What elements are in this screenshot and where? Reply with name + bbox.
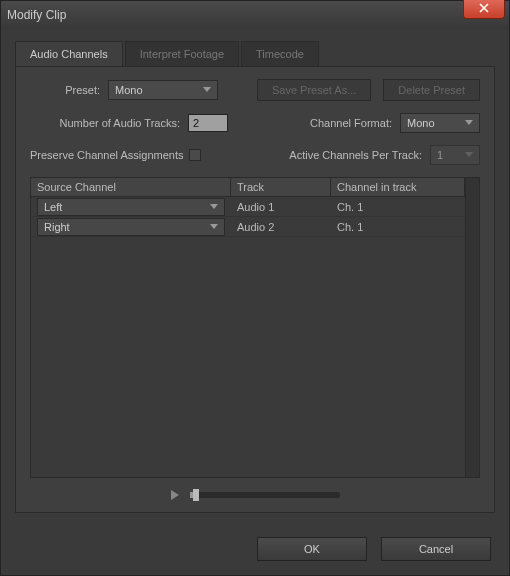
- tab-timecode[interactable]: Timecode: [241, 41, 319, 66]
- table-row[interactable]: Right Audio 2 Ch. 1: [31, 217, 465, 237]
- num-tracks-label: Number of Audio Tracks:: [30, 117, 180, 129]
- dialog-footer: OK Cancel: [1, 523, 509, 575]
- preset-label: Preset:: [30, 84, 100, 96]
- channel-table: Source Channel Track Channel in track Le…: [30, 177, 480, 478]
- modify-clip-dialog: Modify Clip Audio Channels Interpret Foo…: [0, 0, 510, 576]
- audio-channels-panel: Preset: Mono Save Preset As... Delete Pr…: [15, 67, 495, 513]
- channel-format-dropdown[interactable]: Mono: [400, 113, 480, 133]
- channel-format-label: Channel Format:: [310, 117, 392, 129]
- playback-controls: [30, 478, 480, 502]
- chevron-down-icon: [203, 87, 211, 93]
- channel-cell: Ch. 1: [331, 201, 465, 213]
- col-source-channel: Source Channel: [31, 178, 231, 196]
- num-tracks-input[interactable]: 2: [188, 114, 228, 132]
- chevron-down-icon: [465, 120, 473, 126]
- active-channels-value: 1: [437, 149, 443, 161]
- cancel-button[interactable]: Cancel: [381, 537, 491, 561]
- chevron-down-icon: [210, 204, 218, 210]
- ok-button[interactable]: OK: [257, 537, 367, 561]
- chevron-down-icon: [210, 224, 218, 230]
- play-icon[interactable]: [170, 490, 180, 500]
- col-channel-in-track: Channel in track: [331, 178, 465, 196]
- preset-dropdown[interactable]: Mono: [108, 80, 218, 100]
- active-channels-dropdown[interactable]: 1: [430, 145, 480, 165]
- preserve-assignments-checkbox[interactable]: [189, 149, 201, 161]
- window-title: Modify Clip: [7, 8, 66, 22]
- tab-interpret-footage[interactable]: Interpret Footage: [125, 41, 239, 66]
- col-track: Track: [231, 178, 331, 196]
- table-row[interactable]: Left Audio 1 Ch. 1: [31, 197, 465, 217]
- channel-cell: Ch. 1: [331, 221, 465, 233]
- track-cell: Audio 1: [231, 201, 331, 213]
- tab-bar: Audio Channels Interpret Footage Timecod…: [15, 41, 495, 67]
- table-body: Left Audio 1 Ch. 1 Right Audio 2 Ch. 1: [31, 197, 465, 477]
- dialog-body: Audio Channels Interpret Footage Timecod…: [1, 29, 509, 523]
- slider-thumb[interactable]: [193, 489, 199, 501]
- close-button[interactable]: [463, 0, 505, 19]
- active-channels-label: Active Channels Per Track:: [289, 149, 422, 161]
- track-cell: Audio 2: [231, 221, 331, 233]
- chevron-down-icon: [465, 152, 473, 158]
- channel-format-value: Mono: [407, 117, 435, 129]
- source-channel-dropdown[interactable]: Right: [37, 218, 225, 236]
- playback-slider[interactable]: [190, 492, 340, 498]
- vertical-scrollbar[interactable]: [465, 178, 479, 477]
- preserve-assignments-label: Preserve Channel Assignments: [30, 149, 183, 161]
- preset-value: Mono: [115, 84, 143, 96]
- table-header: Source Channel Track Channel in track: [31, 178, 465, 197]
- close-icon: [479, 2, 489, 16]
- source-channel-dropdown[interactable]: Left: [37, 198, 225, 216]
- tab-audio-channels[interactable]: Audio Channels: [15, 41, 123, 66]
- titlebar: Modify Clip: [1, 1, 509, 29]
- save-preset-button[interactable]: Save Preset As...: [257, 79, 371, 101]
- delete-preset-button[interactable]: Delete Preset: [383, 79, 480, 101]
